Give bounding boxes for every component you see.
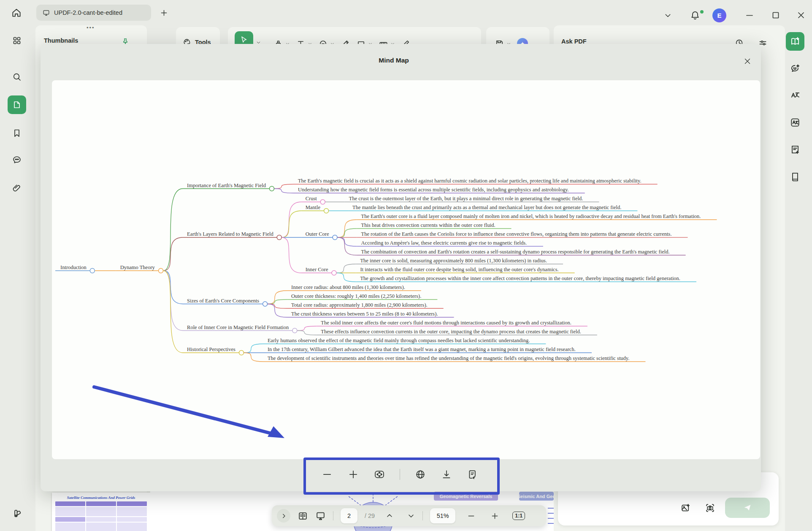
export-convert-button[interactable] — [467, 468, 479, 480]
export-convert-icon — [469, 471, 475, 479]
search-icon — [14, 74, 20, 80]
zoom-out-button[interactable] — [321, 468, 333, 480]
right-rail-item-translate-box[interactable] — [786, 113, 804, 132]
zoom-in-icon — [349, 471, 356, 478]
mindmap-node-label[interactable]: Dynamo Theory — [120, 264, 155, 270]
thumbnail-slide-title: Satellite Communications And Power Grids — [54, 496, 148, 500]
zoom-in-button[interactable] — [347, 468, 359, 480]
mindmap-leaf-text[interactable]: Outer core thickness: roughly 1,400 mile… — [291, 293, 421, 299]
mindmap-leaf-text[interactable]: It interacts with the fluid outer core d… — [360, 267, 558, 272]
minimize-button[interactable] — [744, 10, 755, 20]
translate-icon — [792, 93, 799, 97]
fit-screen-button[interactable] — [374, 468, 385, 480]
comment-icon — [14, 157, 20, 163]
globe-language-button[interactable] — [414, 468, 426, 480]
send-plane-icon — [744, 505, 751, 510]
zoom-out-button[interactable] — [467, 512, 476, 520]
mindmap-leaf-text[interactable]: The combination of convection and Earth'… — [361, 249, 670, 255]
slideshow-button[interactable] — [315, 511, 326, 521]
mindmap-leaf-text[interactable]: Inner core radius: about 800 miles (1,30… — [291, 284, 405, 290]
mindmap-leaf-text[interactable]: Understanding how the magnetic field for… — [298, 187, 569, 193]
mindmap-leaf-text[interactable]: The solid inner core affects the outer c… — [321, 320, 571, 326]
note-sparkle-icon — [792, 146, 798, 153]
sidebar-item-apps-grid[interactable] — [8, 31, 26, 50]
mindmap-node-label[interactable]: Role of Inner Core in Magnetic Field For… — [187, 324, 289, 330]
mindmap-leaf-text[interactable]: The development of scientific instrument… — [268, 355, 629, 361]
close-window-button[interactable] — [796, 10, 806, 20]
mindmap-node-label[interactable]: Historical Perspectives — [187, 346, 235, 352]
mindmap-leaf-text[interactable]: This heat drives convection currents wit… — [361, 222, 495, 228]
previous-page-button[interactable] — [385, 512, 394, 520]
page-thumbnail[interactable]: Satellite Communications And Power Grids — [52, 493, 150, 531]
mindmap-leaf-text[interactable]: These effects influence convection curre… — [321, 329, 581, 335]
screenshot-button[interactable] — [705, 503, 715, 513]
document-tab-title: UPDF-2.0-cant-be-edited — [54, 9, 122, 16]
viewer-nav-bar: 2 / 29 51% 1:1 — [272, 505, 546, 526]
mindmap-leaf-text[interactable]: The Earth's outer core is a fluid layer … — [361, 213, 701, 219]
sidebar-item-bookmark[interactable] — [8, 124, 26, 142]
pdf-section-badge: Geomagnetic Reversals — [434, 492, 498, 501]
right-rail-item-chat-sparkle[interactable] — [786, 59, 804, 78]
sidebar-item-comment[interactable] — [8, 150, 26, 169]
right-rail-item-translate[interactable] — [786, 86, 804, 105]
sidebar-item-paperclip[interactable] — [8, 179, 26, 197]
mindmap-leaf-text[interactable]: The Earth's magnetic field is crucial as… — [298, 178, 641, 184]
page-number-input[interactable]: 2 — [341, 508, 357, 523]
thumbnails-panel-bottom: Satellite Communications And Power Grids — [35, 491, 147, 531]
mindmap-leaf-text[interactable]: In the 17th century, William Gilbert adv… — [268, 346, 576, 352]
mindmap-node-label[interactable]: Mantle — [306, 204, 321, 210]
mindmap-node-label[interactable]: Introduction — [60, 264, 87, 270]
chevron-down-icon — [409, 515, 413, 517]
mind-map-toolbar — [311, 464, 488, 485]
mindmap-node-label[interactable]: Inner Core — [306, 267, 328, 272]
user-avatar[interactable]: E — [712, 8, 726, 22]
right-rail-item-book[interactable] — [786, 167, 804, 186]
mindmap-leaf-text[interactable]: Early humans observed the effect of the … — [268, 338, 530, 343]
mindmap-leaf-text[interactable]: The crust is the outermost layer of the … — [349, 196, 583, 202]
mindmap-leaf-text[interactable]: Total core radius: approximately 1,800 m… — [291, 302, 428, 308]
fit-screen-icon — [375, 471, 384, 477]
right-rail-item-book-sparkle[interactable] — [786, 32, 804, 51]
mindmap-leaf-text[interactable]: The growth and crystallization processes… — [360, 275, 680, 281]
zoom-in-button[interactable] — [490, 512, 499, 520]
bell-icon — [692, 12, 698, 19]
panel-drag-handle[interactable]: ••• — [87, 25, 95, 31]
mindmap-leaf-text[interactable]: The crust thickness varies between 5 to … — [291, 311, 438, 317]
page-layout-button[interactable] — [298, 511, 308, 521]
divider — [400, 469, 400, 480]
document-tab[interactable]: UPDF-2.0-cant-be-edited — [36, 5, 151, 21]
maximize-button[interactable] — [771, 10, 781, 20]
sidebar-item-search[interactable] — [8, 68, 26, 86]
mindmap-node-label[interactable]: Earth's Layers Related to Magnetic Field — [187, 231, 273, 237]
chevron-right-icon — [283, 514, 284, 518]
mindmap-node-label[interactable]: Outer Core — [306, 231, 329, 237]
mind-map-canvas[interactable]: The Earth's magnetic field is crucial as… — [52, 80, 760, 459]
new-tab-button[interactable] — [160, 8, 168, 17]
right-rail-item-note-sparkle[interactable] — [786, 140, 804, 159]
plus-icon — [161, 10, 166, 15]
next-page-button[interactable] — [407, 512, 415, 520]
presenter-icon — [317, 512, 324, 519]
insert-image-button[interactable] — [680, 503, 691, 513]
send-button[interactable] — [725, 498, 770, 518]
plus-icon — [493, 513, 498, 518]
mindmap-leaf-text[interactable]: According to Ampère's law, these electri… — [361, 240, 527, 246]
download-button[interactable] — [441, 468, 452, 480]
notifications-button[interactable] — [690, 10, 701, 21]
sidebar-item-palette[interactable] — [8, 504, 26, 523]
mindmap-leaf-text[interactable]: The inner core is solid, measuring appro… — [360, 258, 547, 264]
modal-close-button[interactable] — [741, 55, 754, 68]
mindmap-leaf-text[interactable]: The rotation of the Earth causes the Cor… — [361, 231, 672, 237]
zoom-level-input[interactable]: 51% — [430, 508, 455, 523]
actual-size-button[interactable]: 1:1 — [512, 512, 525, 520]
mindmap-node-label[interactable]: Sizes of Earth's Core Components — [187, 298, 259, 304]
globe-language-icon — [417, 471, 424, 478]
expand-nav-button[interactable] — [277, 509, 290, 523]
home-button[interactable] — [11, 7, 22, 18]
mindmap-leaf-text[interactable]: The mantle lies beneath the crust and pr… — [352, 204, 621, 210]
window-menu-chevron[interactable] — [663, 11, 672, 20]
mindmap-node-label[interactable]: Importance of Earth's Magnetic Field — [187, 182, 266, 188]
pdf-section-badge: Seismic And Geo — [519, 492, 554, 501]
mindmap-node-label[interactable]: Crust — [306, 196, 317, 202]
sidebar-item-page-thumbnails[interactable] — [8, 95, 26, 114]
